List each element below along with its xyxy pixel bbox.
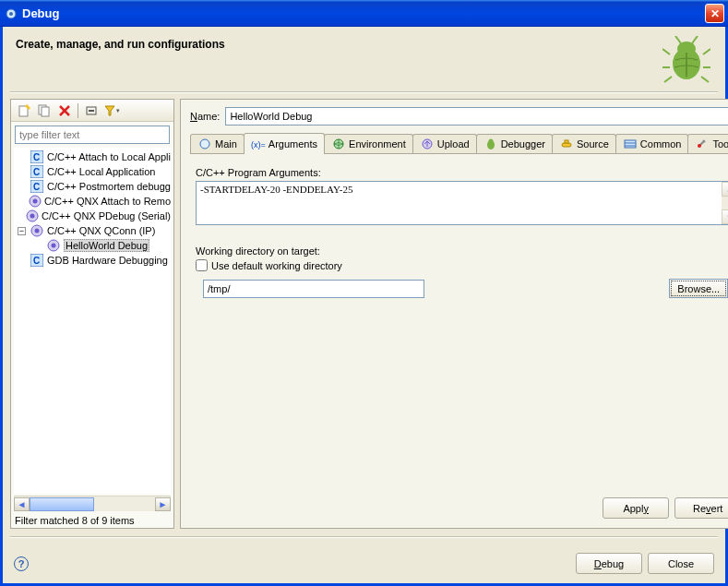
- filter-count: Filter matched 8 of 9 items: [11, 513, 173, 528]
- svg-point-36: [200, 139, 209, 149]
- help-icon[interactable]: ?: [14, 556, 29, 571]
- tree-item[interactable]: C/C++ QNX Attach to Remo: [14, 194, 171, 209]
- scroll-right-icon[interactable]: ►: [155, 497, 171, 511]
- debug-bullet-icon: [4, 6, 18, 21]
- dialog-title: Create, manage, and run configurations: [16, 38, 662, 51]
- c-icon: C: [30, 165, 44, 178]
- qnx-icon: [46, 239, 61, 252]
- tab-source[interactable]: Source: [552, 134, 616, 153]
- divider: [10, 91, 718, 93]
- c-icon: C: [30, 180, 44, 193]
- svg-line-8: [664, 77, 672, 82]
- duplicate-config-icon[interactable]: [35, 102, 54, 120]
- svg-line-9: [701, 77, 709, 82]
- source-tab-icon: [559, 138, 574, 150]
- environment-tab-icon: [331, 138, 346, 150]
- name-input[interactable]: [225, 107, 728, 126]
- c-icon: C: [30, 150, 44, 163]
- svg-rect-43: [565, 140, 568, 143]
- browse-button[interactable]: Browse...: [669, 279, 728, 298]
- tree-item[interactable]: − C/C++ QNX QConn (IP): [14, 223, 171, 238]
- bug-icon: [662, 36, 710, 84]
- tree-scrollbar[interactable]: ◄ ►: [14, 496, 171, 511]
- qnx-icon: [26, 209, 39, 222]
- tab-debugger[interactable]: Debugger: [476, 134, 553, 153]
- name-label: Name:: [190, 111, 220, 122]
- tab-content: C/C++ Program Arguments: ▲ ▼ Working dir…: [190, 154, 728, 491]
- svg-line-5: [703, 49, 710, 54]
- use-default-label: Use default working directory: [211, 260, 342, 271]
- svg-text:C: C: [33, 182, 40, 192]
- scroll-up-icon[interactable]: ▲: [722, 182, 728, 197]
- svg-point-29: [30, 214, 35, 219]
- scroll-left-icon[interactable]: ◄: [14, 497, 30, 511]
- qnx-icon: [30, 224, 44, 237]
- svg-text:C: C: [33, 256, 40, 266]
- tab-upload[interactable]: Upload: [412, 134, 477, 153]
- svg-point-41: [488, 139, 493, 144]
- apply-button[interactable]: Apply: [603, 497, 669, 519]
- tab-bar: Main (x)= Arguments Environment Upload D…: [190, 133, 728, 154]
- collapse-all-icon[interactable]: [82, 102, 101, 120]
- svg-line-11: [692, 36, 698, 43]
- filter-icon[interactable]: ▾: [102, 102, 121, 120]
- close-icon[interactable]: ✕: [705, 4, 724, 23]
- sidebar: ▾ C C/C++ Attach to Local Appli C C/C++ …: [10, 99, 174, 529]
- tree-item[interactable]: C C/C++ Local Application: [14, 164, 171, 179]
- tree-collapse-icon[interactable]: −: [18, 227, 26, 235]
- use-default-checkbox[interactable]: [196, 259, 208, 271]
- svg-point-47: [698, 144, 701, 148]
- workdir-label: Working directory on target:: [196, 245, 728, 257]
- dialog-header: Create, manage, and run configurations: [3, 27, 725, 84]
- content-pane: Name: Main (x)= Arguments Environment: [180, 99, 728, 529]
- svg-text:C: C: [33, 152, 40, 162]
- divider: [10, 536, 718, 538]
- debugger-tab-icon: [483, 138, 498, 150]
- svg-point-31: [35, 229, 40, 233]
- textarea-scrollbar[interactable]: ▲ ▼: [722, 182, 728, 224]
- tab-arguments[interactable]: (x)= Arguments: [244, 133, 325, 154]
- svg-rect-15: [42, 107, 49, 116]
- revert-button[interactable]: Revert: [674, 497, 728, 519]
- close-button[interactable]: Close: [648, 553, 714, 574]
- c-icon: C: [30, 254, 44, 267]
- svg-rect-44: [625, 140, 636, 148]
- tree-item[interactable]: C/C++ QNX PDebug (Serial): [14, 209, 171, 223]
- delete-config-icon[interactable]: [55, 102, 74, 120]
- common-tab-icon: [623, 138, 638, 150]
- qnx-icon: [29, 195, 42, 208]
- tree-item[interactable]: C GDB Hardware Debugging: [14, 253, 171, 268]
- workdir-input[interactable]: [203, 280, 424, 298]
- svg-line-10: [675, 36, 681, 43]
- main-tab-icon: [197, 138, 212, 150]
- args-label: C/C++ Program Arguments:: [196, 167, 728, 178]
- filter-input[interactable]: [15, 126, 170, 144]
- dialog-footer: ? Debug Close: [3, 544, 725, 583]
- tree-item[interactable]: C C/C++ Postmortem debugg: [14, 179, 171, 194]
- args-textarea[interactable]: [197, 182, 722, 224]
- upload-tab-icon: [420, 138, 435, 150]
- scroll-down-icon[interactable]: ▼: [722, 209, 728, 224]
- tab-common[interactable]: Common: [615, 134, 689, 153]
- svg-text:C: C: [33, 167, 40, 177]
- svg-line-4: [662, 49, 670, 54]
- debug-button[interactable]: Debug: [576, 553, 642, 574]
- svg-point-27: [32, 199, 37, 204]
- tab-tools[interactable]: Tools: [687, 134, 728, 153]
- arguments-tab-icon: (x)=: [251, 138, 266, 150]
- titlebar: Debug ✕: [0, 0, 728, 27]
- tree-item[interactable]: HelloWorld Debug: [14, 238, 171, 253]
- tree-item[interactable]: C C/C++ Attach to Local Appli: [14, 149, 171, 164]
- svg-rect-42: [562, 143, 571, 147]
- scroll-thumb[interactable]: [30, 497, 94, 511]
- new-config-icon[interactable]: [15, 102, 33, 120]
- svg-text:(x)=: (x)=: [251, 140, 266, 149]
- window-title: Debug: [22, 6, 705, 20]
- tools-tab-icon: [695, 138, 710, 150]
- svg-point-33: [52, 244, 56, 248]
- sidebar-toolbar: ▾: [11, 100, 173, 122]
- svg-point-1: [9, 12, 13, 16]
- tab-main[interactable]: Main: [190, 134, 245, 153]
- args-textarea-wrap: ▲ ▼: [196, 181, 728, 225]
- tab-environment[interactable]: Environment: [324, 134, 413, 153]
